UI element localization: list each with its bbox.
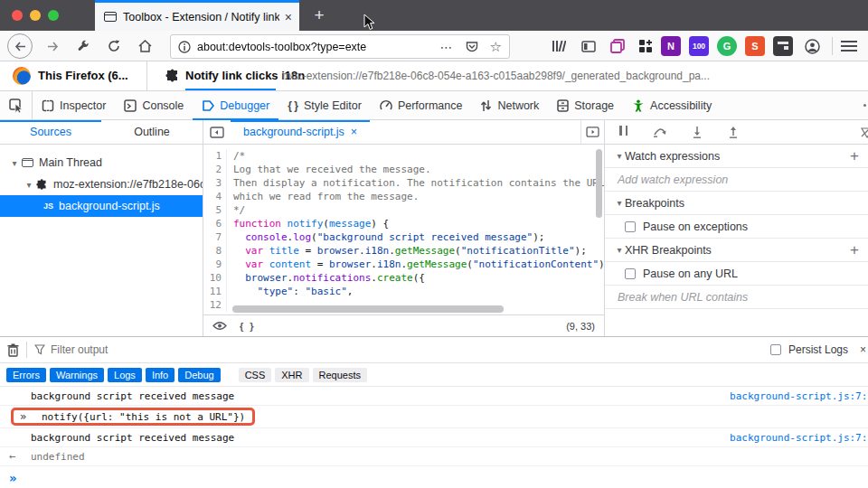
page-actions-icon[interactable]: ⋯ (440, 40, 454, 54)
source-tab-close-icon[interactable]: × (351, 126, 357, 138)
forward-button[interactable] (40, 33, 65, 59)
tabbar-overflow-icon[interactable] (863, 104, 866, 107)
filter-output-input[interactable]: Filter output (51, 343, 108, 356)
new-tab-button[interactable]: + (307, 4, 331, 27)
badge-100-extension-icon[interactable]: 100 (689, 36, 709, 56)
filter-pill-errors[interactable]: Errors (6, 368, 46, 382)
source-map-eye-icon[interactable] (212, 321, 227, 331)
caret-down-icon[interactable]: ▾ (9, 158, 20, 168)
code-line[interactable]: 6function notify(message) { (203, 217, 604, 230)
tab-accessibility[interactable]: Accessibility (623, 91, 721, 119)
code-line[interactable]: 9 var content = browser.i18n.getMessage(… (203, 258, 604, 271)
filter-pill-warnings[interactable]: Warnings (50, 368, 104, 382)
minimize-window-button[interactable] (30, 10, 41, 21)
step-in-icon[interactable] (691, 127, 703, 138)
line-number[interactable]: 5 (203, 203, 227, 217)
tab-sources[interactable]: Sources (0, 120, 101, 144)
tab-performance[interactable]: Performance (371, 91, 472, 119)
tab-console[interactable]: Console (115, 91, 193, 119)
line-number[interactable]: 10 (203, 271, 227, 285)
source-location-link[interactable]: background-script.js:7:1 (730, 390, 868, 402)
filter-pill-requests[interactable]: Requests (313, 368, 367, 382)
tab-style-editor[interactable]: { } Style Editor (278, 91, 371, 119)
runtime-label[interactable]: This Firefox (6... (38, 69, 128, 82)
sidebar-toggle-icon[interactable] (576, 33, 601, 59)
collapse-sidebar-icon[interactable] (203, 127, 231, 138)
filter-pill-debug[interactable]: Debug (178, 368, 220, 382)
home-button[interactable] (132, 33, 157, 59)
code-line[interactable]: 7 console.log("background script receive… (203, 230, 604, 244)
caret-down-icon[interactable]: ▾ (614, 151, 625, 161)
line-number[interactable]: 11 (203, 285, 227, 298)
filter-pill-xhr[interactable]: XHR (275, 368, 308, 382)
line-number[interactable]: 4 (203, 190, 227, 203)
line-number[interactable]: 2 (203, 163, 227, 176)
console-input-row[interactable]: » (0, 466, 868, 488)
browser-tab[interactable]: Toolbox - Extension / Notify link × (95, 0, 299, 31)
extensions-grid-icon[interactable] (633, 33, 658, 59)
pause-on-exceptions-checkbox[interactable] (625, 221, 636, 232)
line-number[interactable]: 3 (203, 176, 227, 190)
onenote-extension-icon[interactable]: N (661, 36, 681, 56)
profile-account-icon[interactable] (799, 33, 825, 59)
tree-item-extension-root[interactable]: ▾ moz-extension://e7fb218e-06c8 (0, 174, 203, 195)
step-over-icon[interactable] (653, 127, 667, 137)
line-number[interactable]: 1 (203, 149, 227, 163)
caret-down-icon[interactable]: ▾ (614, 198, 625, 208)
page-info-icon[interactable] (178, 41, 191, 53)
pause-on-any-url-checkbox[interactable] (625, 268, 636, 279)
back-button[interactable] (7, 33, 33, 59)
tab-inspector[interactable]: Inspector (33, 91, 115, 119)
persist-logs-checkbox[interactable] (770, 344, 781, 355)
expand-panes-icon[interactable] (580, 120, 604, 144)
code-line[interactable]: 5*/ (203, 203, 604, 217)
source-tab-background-script[interactable]: background-script.js × (231, 120, 370, 145)
line-number[interactable]: 6 (203, 217, 227, 230)
tree-item-main-thread[interactable]: ▾ Main Thread (0, 152, 203, 174)
tab-storage[interactable]: Storage (548, 91, 623, 119)
tree-item-background-script[interactable]: JS background-script.js (0, 195, 203, 217)
code-line[interactable]: 8 var title = browser.i18n.getMessage("n… (203, 244, 604, 258)
line-number[interactable]: 7 (203, 230, 227, 244)
code-line[interactable]: 11 "type": "basic", (203, 285, 604, 298)
pick-element-button[interactable] (0, 91, 33, 119)
line-number[interactable]: 12 (203, 298, 227, 312)
editor-horizontal-scrollbar[interactable] (232, 305, 504, 313)
xhr-url-input[interactable]: Break when URL contains (605, 286, 868, 309)
wrench-icon[interactable] (71, 33, 96, 59)
code-line[interactable]: 4which we read from the message. (203, 190, 604, 203)
menu-hamburger-icon[interactable] (841, 38, 857, 54)
filter-pill-logs[interactable]: Logs (108, 368, 142, 382)
url-bar[interactable]: about:devtools-toolbox?type=exte ⋯ ☆ (170, 34, 510, 59)
add-watch-icon[interactable]: + (850, 147, 859, 165)
deactivate-breakpoints-icon[interactable] (861, 127, 868, 138)
dark-extension-icon[interactable] (773, 36, 793, 56)
tab-outline[interactable]: Outline (101, 120, 203, 144)
orange-s-extension-icon[interactable]: S (745, 36, 765, 56)
prettify-source-icon[interactable]: { } (240, 321, 256, 332)
caret-down-icon[interactable]: ▾ (614, 245, 625, 255)
pocket-icon[interactable] (465, 40, 479, 54)
editor-vertical-scrollbar[interactable] (596, 149, 602, 218)
library-icon[interactable] (546, 33, 571, 59)
reload-button[interactable] (101, 33, 127, 59)
line-number[interactable]: 9 (203, 258, 227, 271)
console-close-icon[interactable]: × (860, 343, 866, 356)
line-number[interactable]: 8 (203, 244, 227, 258)
filter-pill-css[interactable]: CSS (239, 368, 272, 382)
code-line[interactable]: 1/* (203, 149, 604, 163)
code-line[interactable]: 10 browser.notifications.create({ (203, 271, 604, 285)
watch-expressions-header[interactable]: ▾ Watch expressions + (605, 145, 868, 168)
caret-down-icon[interactable]: ▾ (24, 180, 34, 190)
grammarly-extension-icon[interactable]: G (717, 36, 737, 56)
code-view[interactable]: 1/*2Log that we received the message.3Th… (203, 145, 604, 314)
filter-pill-info[interactable]: Info (146, 368, 175, 382)
code-line[interactable]: 3Then display a notification. The notifi… (203, 176, 604, 190)
screenshot-extension-icon[interactable] (605, 33, 630, 59)
zoom-window-button[interactable] (48, 10, 59, 21)
clear-console-trash-icon[interactable] (7, 343, 19, 357)
code-line[interactable]: 2Log that we received the message. (203, 163, 604, 176)
source-location-link[interactable]: background-script.js:7:1 (730, 432, 868, 444)
add-xhr-breakpoint-icon[interactable]: + (850, 241, 859, 259)
step-out-icon[interactable] (727, 127, 740, 138)
